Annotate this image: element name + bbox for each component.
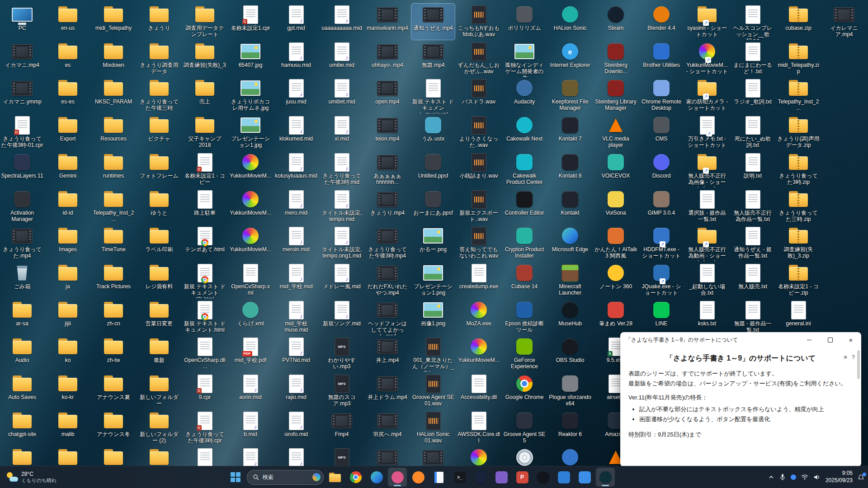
desktop-icon[interactable]: ♪gpt.mid bbox=[274, 4, 318, 40]
desktop-icon[interactable]: 井上ドラム.mp4 bbox=[366, 373, 409, 409]
hidden-icons-chevron[interactable] bbox=[768, 474, 774, 480]
desktop-icon[interactable]: 新規 テキスト ドキュメント (2).html bbox=[183, 262, 226, 298]
desktop-icon[interactable]: きょうり bbox=[137, 4, 181, 40]
desktop-icon[interactable]: 通知うぜえ.mp4 bbox=[411, 4, 455, 40]
microphone-icon[interactable] bbox=[779, 474, 786, 481]
desktop-icon[interactable]: Cきょうり食ってた午後3時-01.cpr bbox=[0, 114, 44, 150]
weather-widget[interactable]: 28°C くもりのち晴れ bbox=[3, 466, 61, 488]
edge-taskbar-icon[interactable] bbox=[367, 468, 386, 487]
desktop-icon[interactable]: ↗JQuake.exe - ショートカット bbox=[640, 262, 683, 298]
desktop-icon[interactable]: Crypton Product Installer bbox=[503, 225, 546, 261]
desktop-icon[interactable]: ヘルスコンプレッション__歌詞.txt bbox=[731, 4, 774, 40]
desktop-icon[interactable]: es-es bbox=[46, 77, 90, 113]
desktop-icon[interactable]: ↗syasinn - ショートカット bbox=[685, 4, 729, 40]
desktop-icon[interactable]: フォトフレーム bbox=[137, 151, 181, 188]
desktop-icon[interactable]: Telepathy_Inst_2... bbox=[92, 188, 135, 225]
desktop-icon[interactable]: MP3わかりやすい.mp3 bbox=[320, 336, 363, 372]
chrome-taskbar-icon[interactable] bbox=[346, 468, 365, 487]
close-button[interactable]: × bbox=[840, 332, 861, 347]
desktop-icon[interactable]: Minecraft Launcher bbox=[548, 262, 592, 298]
desktop-icon[interactable]: teion.mp4 bbox=[366, 114, 409, 150]
desktop-icon[interactable]: ♪新規ソング.mid bbox=[320, 299, 363, 335]
desktop-icon[interactable]: Microsoft Edge bbox=[548, 225, 592, 261]
desktop-icon[interactable]: ko-kr bbox=[46, 373, 90, 409]
obs-studio-taskbar-icon[interactable] bbox=[533, 468, 552, 487]
desktop-icon[interactable]: よりうさくなった..wav bbox=[457, 114, 500, 150]
desktop-icon[interactable]: GeForce Experience bbox=[503, 336, 546, 372]
desktop-icon[interactable]: PDFmid_学校.pdf bbox=[229, 336, 272, 372]
desktop-icon[interactable]: Accessibility.dll bbox=[457, 373, 500, 409]
code-app-taskbar-icon[interactable] bbox=[554, 468, 573, 487]
desktop-icon[interactable]: きょうり食ってた午後3時.mp4 bbox=[366, 225, 409, 261]
desktop-icon[interactable]: Brother Utilities bbox=[640, 41, 683, 77]
desktop-icon[interactable]: 死にたい_ぬ歌詞.txt bbox=[731, 114, 774, 150]
desktop-icon[interactable]: Cakewalk Product Center bbox=[503, 151, 546, 188]
desktop-icon[interactable]: かるー.png bbox=[411, 225, 455, 261]
start-button[interactable] bbox=[226, 468, 245, 487]
desktop-icon[interactable]: ja bbox=[46, 262, 90, 298]
desktop-icon[interactable]: MuseHub bbox=[548, 299, 592, 335]
desktop-icon[interactable]: きょうり(調)声用データ.zip bbox=[777, 114, 820, 150]
desktop-icon[interactable]: ♪sirofo.mid bbox=[274, 410, 318, 446]
desktop-icon[interactable]: HALion Sonic 01.wav bbox=[411, 410, 455, 446]
desktop-icon[interactable]: es bbox=[46, 41, 90, 77]
desktop-icon[interactable]: VOICEVOX bbox=[594, 151, 637, 188]
desktop-icon[interactable]: Discord bbox=[640, 151, 683, 188]
clock[interactable]: 9:05 2025/09/23 bbox=[826, 470, 853, 484]
desktop-icon[interactable]: Cakewalk Next bbox=[503, 114, 546, 150]
desktop-icon[interactable]: Google Chrome bbox=[503, 373, 546, 409]
desktop-icon[interactable]: 営業日変更 bbox=[137, 299, 181, 335]
desktop-icon[interactable]: まにまにわーるど！.txt bbox=[731, 41, 774, 77]
desktop-icon[interactable]: ♪mid_学校.mid bbox=[274, 262, 318, 298]
desktop-icon[interactable]: ♪uaaaaaaaaa.mid bbox=[320, 4, 363, 40]
desktop-icon[interactable]: Activation Manager bbox=[0, 188, 44, 225]
terminal-taskbar-icon[interactable]: >_ bbox=[450, 468, 469, 487]
desktop-icon[interactable]: OpenCvSharp.xml bbox=[229, 262, 272, 298]
desktop-icon[interactable]: Reaktor 6 bbox=[548, 410, 592, 446]
desktop-icon[interactable]: ♪umibet.mid bbox=[320, 77, 363, 113]
desktop-icon[interactable]: _起動しない場合.txt bbox=[685, 262, 729, 298]
desktop-icon[interactable]: 選択肢 - 親作品一覧.txt bbox=[685, 188, 729, 225]
desktop-icon[interactable]: Blender 4.4 bbox=[640, 4, 683, 40]
desktop-icon[interactable]: C名称未設定1.cpr bbox=[229, 4, 272, 40]
file-explorer-taskbar-icon[interactable] bbox=[326, 468, 344, 487]
desktop-icon[interactable]: ♪meroin.mid bbox=[274, 225, 318, 261]
desktop-icon[interactable]: 説明.txt bbox=[731, 151, 774, 188]
desktop-icon[interactable]: ♪aorin.mid bbox=[229, 373, 272, 409]
desktop-icon[interactable]: manisekarin.mp4 bbox=[366, 4, 409, 40]
desktop-icon[interactable]: パスドラ.wav bbox=[457, 77, 500, 113]
desktop-icon[interactable]: 無人販売.txt bbox=[731, 262, 774, 298]
desktop-icon[interactable]: ♪PVTNd.mid bbox=[274, 336, 318, 372]
desktop-icon[interactable]: 001_東北きりたん（ノーマル）_少しゃ... bbox=[411, 336, 455, 372]
wifi-icon[interactable] bbox=[801, 474, 808, 480]
desktop-icon[interactable]: Kontakt 8 bbox=[548, 151, 592, 188]
help-icon[interactable]: ? bbox=[852, 353, 855, 362]
desktop-icon[interactable]: ♪jusu.mid bbox=[274, 77, 318, 113]
desktop-icon[interactable]: 調査用データテンプレート bbox=[183, 4, 226, 40]
desktop-icon[interactable]: 調査練習(失敗)_3 bbox=[183, 41, 226, 77]
desktop-icon[interactable]: YukkuriMovieM... bbox=[229, 151, 272, 188]
desktop-icon[interactable]: Gemini bbox=[46, 151, 90, 188]
desktop-icon[interactable]: OBS Studio bbox=[548, 336, 592, 372]
desktop-icon[interactable]: Groove Agent SE 01.wav bbox=[411, 373, 455, 409]
desktop-icon[interactable]: Mixdown bbox=[92, 41, 135, 77]
desktop-icon[interactable]: Auto Saves bbox=[0, 373, 44, 409]
desktop-icon[interactable]: 画像1.png bbox=[411, 299, 455, 335]
tray-blue-icon[interactable] bbox=[791, 474, 796, 480]
desktop-icon[interactable]: Steinberg Downlo... bbox=[594, 41, 637, 77]
desktop-icon[interactable]: midi_Telepathy bbox=[92, 4, 135, 40]
desktop-icon[interactable]: かんたん！AITalk 3 関西風 bbox=[594, 225, 637, 261]
desktop-icon[interactable]: open.mp4 bbox=[366, 77, 409, 113]
desktop-icon[interactable]: テンポあて.html bbox=[183, 225, 226, 261]
desktop-icon[interactable]: CMS bbox=[640, 114, 683, 150]
desktop-icon[interactable]: きょうり.mp4 bbox=[366, 188, 409, 225]
desktop-icon[interactable]: ♪umibe.mid bbox=[320, 41, 363, 77]
desktop-icon[interactable]: ksks.txt bbox=[685, 299, 729, 335]
desktop-icon[interactable]: 小銭詰まり.wav bbox=[457, 151, 500, 188]
steam-taskbar-icon[interactable] bbox=[471, 468, 490, 487]
desktop-icon[interactable]: ♪xl.mid bbox=[320, 114, 363, 150]
desktop-icon[interactable]: YukkuriMovieM... bbox=[229, 188, 272, 225]
desktop-icon[interactable]: 65407.jpg bbox=[229, 41, 272, 77]
desktop-icon[interactable]: 新規 テキスト ドキュメント.musicxml bbox=[411, 77, 455, 113]
desktop-icon[interactable]: Telepathy_Inst_2... bbox=[777, 77, 820, 113]
